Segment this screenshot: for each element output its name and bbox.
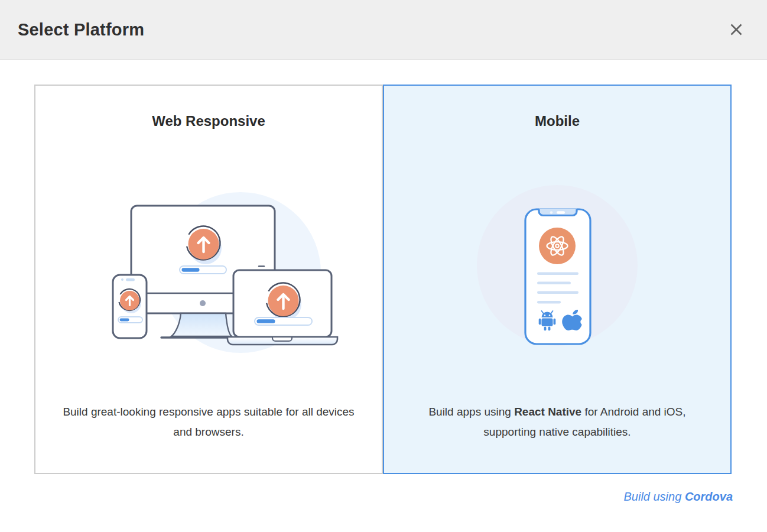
devices-upload-illustration bbox=[73, 129, 344, 402]
smartphone-icon bbox=[113, 275, 147, 338]
card-web-description: Build great-looking responsive apps suit… bbox=[56, 402, 361, 442]
devices-upload-illustration-svg bbox=[73, 181, 344, 359]
close-button[interactable] bbox=[724, 18, 748, 41]
card-web-title: Web Responsive bbox=[152, 113, 265, 129]
card-mobile-description: Build apps using React Native for Androi… bbox=[405, 402, 710, 442]
modal-title: Select Platform bbox=[18, 20, 144, 40]
modal-header: Select Platform bbox=[0, 0, 767, 60]
phone-react-illustration-svg bbox=[469, 181, 646, 359]
progress-bar bbox=[255, 317, 312, 325]
react-logo-icon bbox=[539, 228, 576, 264]
mobile-phone-icon bbox=[525, 209, 590, 344]
cordova-link-prefix: Build using bbox=[623, 490, 684, 503]
select-platform-modal: Select Platform Web Responsive bbox=[0, 0, 767, 504]
build-using-cordova-link[interactable]: Build using Cordova bbox=[623, 490, 733, 504]
modal-footer: Build using Cordova bbox=[0, 490, 767, 504]
desc-prefix: Build apps using bbox=[428, 406, 514, 418]
progress-bar bbox=[180, 266, 226, 274]
close-icon bbox=[729, 22, 743, 37]
desc-bold: React Native bbox=[514, 406, 581, 418]
phone-react-illustration bbox=[469, 129, 646, 402]
card-mobile[interactable]: Mobile bbox=[383, 85, 732, 474]
platform-cards: Web Responsive bbox=[34, 85, 733, 474]
cordova-link-bold: Cordova bbox=[685, 490, 733, 503]
card-web-responsive[interactable]: Web Responsive bbox=[34, 85, 383, 474]
modal-body: Web Responsive bbox=[0, 60, 767, 474]
card-mobile-title: Mobile bbox=[535, 113, 580, 129]
laptop-icon bbox=[228, 266, 337, 345]
progress-bar bbox=[118, 317, 142, 323]
